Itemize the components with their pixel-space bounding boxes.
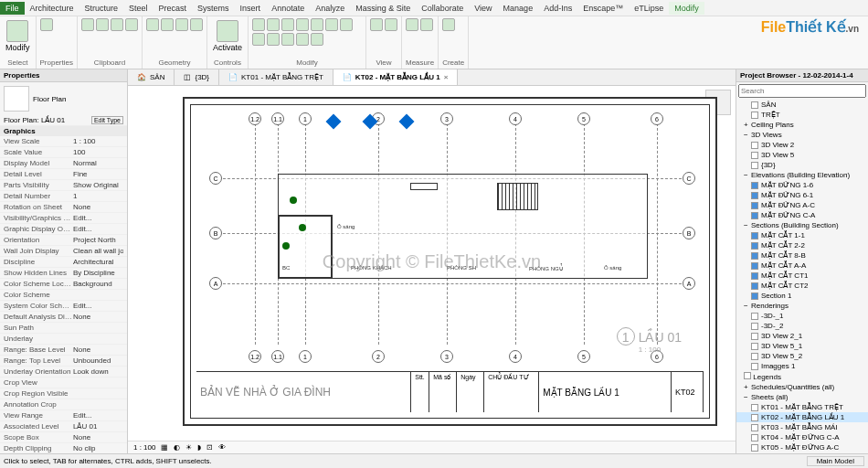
override-icon[interactable] xyxy=(385,18,397,31)
property-row[interactable]: Range: Base LevelNone xyxy=(0,345,127,356)
rotate-icon[interactable] xyxy=(325,18,338,31)
tree-item[interactable]: -3D-_1 xyxy=(736,311,868,321)
doc-tab-2[interactable]: 📄KT01 - MẶT BẰNG TRỆT xyxy=(219,69,333,85)
property-row[interactable]: OrientationProject North xyxy=(0,235,127,246)
tree-section[interactable]: −Renderings xyxy=(736,301,868,311)
tab-steel[interactable]: Steel xyxy=(123,2,153,15)
property-row[interactable]: Wall Join DisplayClean all wall joins xyxy=(0,246,127,257)
doc-tab-3[interactable]: 📄KT02 - MẶT BẰNG LẦU 1× xyxy=(333,69,458,85)
doc-tab-0[interactable]: 🏠SÂN xyxy=(128,69,175,85)
tree-item[interactable]: KT05 - MẶT ĐỨNG A-C xyxy=(736,442,868,452)
cope-icon[interactable] xyxy=(146,18,159,31)
scale-selector[interactable]: 1 : 100 xyxy=(133,443,155,452)
tree-item[interactable]: MẶT ĐỨNG A-C xyxy=(736,200,868,210)
property-row[interactable]: Range: Top LevelUnbounded xyxy=(0,356,127,367)
property-row[interactable]: Detail LevelFine xyxy=(0,169,127,180)
tree-section[interactable]: +Schedules/Quantities (all) xyxy=(736,382,868,392)
property-row[interactable]: Rotation on SheetNone xyxy=(0,202,127,213)
property-row[interactable]: Crop View xyxy=(0,378,127,388)
tree-item[interactable]: TRỆT xyxy=(736,110,868,120)
tree-item[interactable]: MẶT ĐỨNG 6-1 xyxy=(736,190,868,200)
tab-view[interactable]: View xyxy=(469,2,497,15)
tree-item[interactable]: Imagges 1 xyxy=(736,361,868,371)
pin-icon[interactable] xyxy=(296,33,309,46)
tree-item[interactable]: SÂN xyxy=(736,100,868,110)
main-model-selector[interactable]: Main Model xyxy=(807,456,864,466)
offset-icon[interactable] xyxy=(267,18,280,31)
property-row[interactable]: Annotation Crop xyxy=(0,399,127,410)
tree-item[interactable]: 3D View 2_1 xyxy=(736,331,868,341)
tree-item[interactable]: KT01 - MẶT BẰNG TRỆT xyxy=(736,402,868,412)
tree-item[interactable]: KT06 - MẶT ĐỨNG 6-1 xyxy=(736,452,868,453)
property-row[interactable]: Detail Number1 xyxy=(0,191,127,202)
canvas[interactable]: 🏠SÂN ◫{3D} 📄KT01 - MẶT BẰNG TRỆT 📄KT02 -… xyxy=(128,69,736,453)
tree-item[interactable]: MẶT CẮT A-A xyxy=(736,261,868,271)
property-row[interactable]: Underlay xyxy=(0,334,127,345)
tree-section[interactable]: +Ceiling Plans xyxy=(736,120,868,130)
tree-item[interactable]: 3D View 5_2 xyxy=(736,351,868,361)
tab-file[interactable]: File xyxy=(0,2,25,15)
tree-item[interactable]: MẶT ĐỨNG C-A xyxy=(736,210,868,220)
tree-item[interactable]: KT04 - MẶT ĐỨNG C-A xyxy=(736,432,868,442)
tree-item[interactable]: Section 1 xyxy=(736,291,868,301)
tab-enscape[interactable]: Enscape™ xyxy=(577,2,629,15)
tab-architecture[interactable]: Architecture xyxy=(25,2,79,15)
tab-systems[interactable]: Systems xyxy=(192,2,235,15)
close-icon[interactable]: × xyxy=(444,73,449,81)
tab-analyze[interactable]: Analyze xyxy=(310,2,350,15)
tree-item[interactable]: KT03 - MẶT BẰNG MÁI xyxy=(736,422,868,432)
tab-addins[interactable]: Add-Ins xyxy=(538,2,577,15)
cut-geom-icon[interactable] xyxy=(161,18,174,31)
cut-icon[interactable] xyxy=(96,18,109,31)
crop-icon[interactable]: ⊡ xyxy=(206,443,213,452)
doc-tab-1[interactable]: ◫{3D} xyxy=(175,69,219,85)
align-icon[interactable] xyxy=(252,18,265,31)
property-row[interactable]: System Color SchemesEdit... xyxy=(0,301,127,312)
hide-icon[interactable] xyxy=(370,18,383,31)
tab-modify[interactable]: Modify xyxy=(669,2,704,15)
match-icon[interactable] xyxy=(125,18,138,31)
tab-collaborate[interactable]: Collaborate xyxy=(416,2,469,15)
family-name[interactable]: Floor Plan xyxy=(33,95,66,103)
modify-button[interactable]: Modify xyxy=(4,18,32,54)
property-row[interactable]: Graphic Display OptionsEdit... xyxy=(0,224,127,235)
property-row[interactable]: View RangeEdit... xyxy=(0,410,127,421)
tree-item[interactable]: 3D View 5 xyxy=(736,150,868,160)
tree-item[interactable]: MẶT CẮT CT1 xyxy=(736,271,868,281)
property-row[interactable]: Default Analysis Display ...None xyxy=(0,312,127,323)
scale-icon[interactable] xyxy=(281,33,294,46)
search-input[interactable] xyxy=(738,84,866,98)
property-row[interactable]: Color Scheme LocationBackground xyxy=(0,279,127,290)
detail-icon[interactable]: ▦ xyxy=(161,443,168,452)
tree-item[interactable]: MẶT CẮT 1-1 xyxy=(736,230,868,240)
tree-item[interactable]: 3D View 2 xyxy=(736,140,868,150)
mirror-icon[interactable] xyxy=(281,18,294,31)
tree-item[interactable]: MẶT ĐỨNG 1-6 xyxy=(736,180,868,190)
tab-manage[interactable]: Manage xyxy=(498,2,539,15)
sun-icon[interactable]: ☀ xyxy=(185,443,192,452)
tree-item[interactable]: {3D} xyxy=(736,160,868,170)
visual-style-icon[interactable]: ◐ xyxy=(174,443,180,452)
tree-section[interactable]: −Elevations (Building Elevation) xyxy=(736,170,868,180)
property-row[interactable]: DisciplineArchitectural xyxy=(0,257,127,268)
tree-section[interactable]: −Sheets (all) xyxy=(736,392,868,402)
trim-icon[interactable] xyxy=(340,18,353,31)
array-icon[interactable] xyxy=(267,33,280,46)
tab-insert[interactable]: Insert xyxy=(235,2,267,15)
copy-icon[interactable] xyxy=(111,18,123,31)
tab-massing[interactable]: Massing & Site xyxy=(350,2,416,15)
tree-section[interactable]: −Sections (Building Section) xyxy=(736,220,868,230)
hide-icon[interactable]: 👁 xyxy=(218,443,226,452)
create-icon[interactable] xyxy=(442,18,455,31)
property-row[interactable]: Scope BoxNone xyxy=(0,432,127,443)
tab-precast[interactable]: Precast xyxy=(153,2,193,15)
shadow-icon[interactable]: ◗ xyxy=(197,443,201,452)
property-row[interactable]: Crop Region Visible xyxy=(0,388,127,399)
property-row[interactable]: Show Hidden LinesBy Discipline xyxy=(0,268,127,279)
tree-item[interactable]: 3D View 5_1 xyxy=(736,341,868,351)
copy2-icon[interactable] xyxy=(311,18,323,31)
move-icon[interactable] xyxy=(296,18,309,31)
tree-section[interactable]: −3D Views xyxy=(736,130,868,140)
dimension-icon[interactable] xyxy=(420,18,433,31)
properties-icon[interactable] xyxy=(40,18,53,31)
